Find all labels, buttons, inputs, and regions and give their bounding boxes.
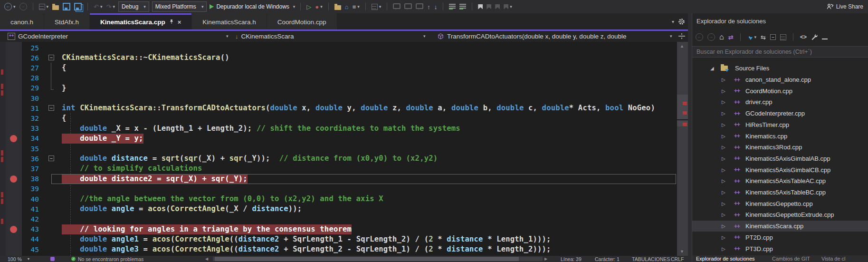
explorer-forward-button[interactable]: → [707, 33, 715, 41]
move-up-button[interactable]: ↑ [427, 2, 431, 11]
extension-status-icon[interactable] [50, 256, 55, 262]
tree-item-Source Files[interactable]: ◢Source Files [692, 63, 868, 74]
expander-icon[interactable]: ▷ [722, 156, 725, 161]
code-line-text[interactable]: { [62, 63, 677, 73]
breakpoint-margin[interactable] [6, 93, 22, 103]
undo-button[interactable]: ↶▾ [93, 2, 103, 11]
expander-icon[interactable]: ▷ [722, 223, 725, 229]
expander-icon[interactable]: ▷ [722, 88, 725, 94]
expander-icon[interactable]: ▷ [722, 134, 725, 139]
tree-item-HiResTimer.cpp[interactable]: ▷++HiResTimer.cpp [692, 119, 868, 131]
hscroll-right-arrow-icon[interactable]: ▶ [544, 256, 547, 262]
solution-search-input[interactable]: Buscar en Explorador de soluciones (Ctrl… [692, 46, 868, 58]
tab-StdAfx.h[interactable]: StdAfx.h [44, 13, 89, 29]
increase-indent-button[interactable] [459, 2, 467, 11]
breakpoint-margin[interactable] [6, 73, 22, 83]
expander-icon[interactable]: ▷ [722, 212, 725, 217]
start-without-debug-button[interactable]: ▷ [306, 2, 312, 11]
zoom-level[interactable]: 100 % [8, 256, 22, 262]
scroll-up-arrow-icon[interactable]: ▲ [680, 44, 684, 49]
tree-item-KinematicsGeppettoExtrude.cpp[interactable]: ▷++KinematicsGeppettoExtrude.cpp [692, 209, 868, 221]
tree-item-Kinematics5AxisTableBC.cpp[interactable]: ▷++Kinematics5AxisTableBC.cpp [692, 187, 868, 198]
open-folder-button[interactable] [52, 2, 59, 11]
breakpoint-icon[interactable] [10, 226, 17, 233]
expander-icon[interactable]: ▷ [722, 167, 725, 173]
close-icon[interactable]: × [178, 19, 181, 26]
hscroll-left-arrow-icon[interactable]: ◀ [205, 256, 208, 262]
nav-forward-button[interactable]: → [19, 2, 28, 11]
collapse-region-icon[interactable]: − [48, 55, 54, 60]
code-line-text[interactable]: } [62, 83, 677, 93]
panel-tab-Explorador de soluciones[interactable]: Explorador de soluciones [696, 255, 755, 262]
zoom-chevron-icon[interactable]: ▾ [28, 256, 29, 262]
explorer-back-button[interactable]: ← [696, 33, 703, 41]
breakpoint-margin[interactable] [6, 43, 22, 53]
navigate-home-button[interactable]: ⌂ [344, 2, 349, 11]
code-line-text[interactable]: // looking for angles in a triangle by t… [62, 224, 677, 234]
find-in-files-button[interactable]: ○ [334, 2, 342, 11]
prev-bookmark-button[interactable] [486, 2, 492, 11]
save-button[interactable] [62, 2, 71, 11]
code-line-text[interactable]: //the angle between the vector from (0,0… [62, 194, 677, 204]
expander-icon[interactable]: ▷ [722, 178, 725, 184]
code-line-text[interactable] [62, 73, 677, 83]
pin-icon[interactable] [169, 19, 174, 26]
view-code-icon[interactable]: <> [800, 34, 807, 40]
breakpoint-margin[interactable] [6, 224, 22, 234]
split-editor-handle[interactable] [678, 33, 685, 39]
code-line-text[interactable]: // to simplify calculations [62, 164, 677, 174]
code-line-text[interactable]: double angle = acos(CorrectAngle(_X / di… [62, 204, 677, 214]
expander-icon[interactable]: ▷ [722, 122, 725, 127]
tree-item-PT3D.cpp[interactable]: ▷++PT3D.cpp [692, 243, 868, 254]
decrease-indent-button[interactable] [448, 2, 456, 11]
pending-changes-filter-icon[interactable]: ◔▾ [747, 34, 756, 41]
new-item-button[interactable]: ▾ [38, 2, 49, 11]
start-debug-button[interactable]: Depurador local de Windows▾ [210, 3, 295, 10]
tree-item-CoordMotion.cpp[interactable]: ▷++CoordMotion.cpp [692, 85, 868, 97]
breakpoint-margin[interactable] [6, 113, 22, 123]
tab-KinematicsScara.h[interactable]: KinematicsScara.h [192, 13, 267, 29]
expander-icon[interactable]: ▷ [722, 246, 725, 252]
expander-icon[interactable]: ▷ [722, 111, 725, 116]
breakpoint-margin[interactable] [6, 53, 22, 63]
breakpoint-margin[interactable] [6, 124, 22, 134]
code-line-text[interactable]: int CKinematicsScara::TransformCADtoActu… [62, 103, 677, 113]
expander-icon[interactable]: ▷ [722, 77, 725, 82]
expander-icon[interactable]: ▷ [722, 145, 725, 150]
sync-with-active-document-icon[interactable]: ⇄ [728, 34, 734, 41]
tree-item-Kinematics3Rod.cpp[interactable]: ▷++Kinematics3Rod.cpp [692, 142, 868, 153]
hscrollbar-thumb[interactable] [215, 257, 519, 261]
line-list-button[interactable]: ≡▾ [352, 2, 360, 11]
breakpoint-margin[interactable] [6, 184, 22, 194]
show-all-files-icon[interactable] [780, 34, 786, 40]
comment-selection-button[interactable] [415, 2, 424, 11]
code-line-text[interactable]: double distance2 = sqr(_X) + sqr(_Y); [62, 174, 677, 184]
code-editor[interactable]: 2526−CKinematicsScara::~CKinematicsScara… [0, 42, 688, 256]
code-line-text[interactable] [62, 184, 677, 194]
code-line-text[interactable]: double distance = sqrt(sqr(_X) + sqr(_Y)… [62, 154, 677, 164]
compare-icon[interactable]: ⇆ [761, 34, 766, 41]
panel-tab-Cambios de GIT[interactable]: Cambios de GIT [772, 255, 810, 262]
code-line-text[interactable]: CKinematicsScara::~CKinematicsScara() [62, 53, 677, 63]
code-line-text[interactable] [62, 214, 677, 224]
breakpoint-margin[interactable] [6, 234, 22, 244]
code-line-text[interactable]: double _Y = y; [62, 134, 677, 144]
code-line-text[interactable]: double angle3 = acos(CorrectAngle((dista… [62, 244, 677, 254]
code-line-text[interactable] [62, 43, 677, 53]
comment-button[interactable] [392, 2, 401, 11]
breakpoint-margin[interactable] [6, 214, 22, 224]
breakpoint-margin[interactable] [6, 194, 22, 204]
clear-bookmarks-button[interactable]: ▾ [503, 2, 513, 11]
breakpoint-icon[interactable] [10, 135, 17, 142]
document-list-chevron-icon[interactable]: ▾ [672, 19, 674, 24]
breakpoint-margin[interactable] [6, 154, 22, 164]
tree-item-KinematicsGeppetto.cpp[interactable]: ▷++KinematicsGeppetto.cpp [692, 198, 868, 209]
next-bookmark-button[interactable] [495, 2, 500, 11]
toggle-bookmark-button[interactable] [477, 2, 483, 11]
gear-icon[interactable] [678, 18, 685, 25]
document-health-indicator[interactable]: ✓ No se encontraron problemas [71, 256, 143, 262]
collapse-all-icon[interactable]: − [770, 34, 776, 40]
breakpoint-margin[interactable] [6, 204, 22, 214]
properties-wrench-icon[interactable] [811, 34, 818, 40]
tree-item-Kinematics.cpp[interactable]: ▷++Kinematics.cpp [692, 130, 868, 142]
